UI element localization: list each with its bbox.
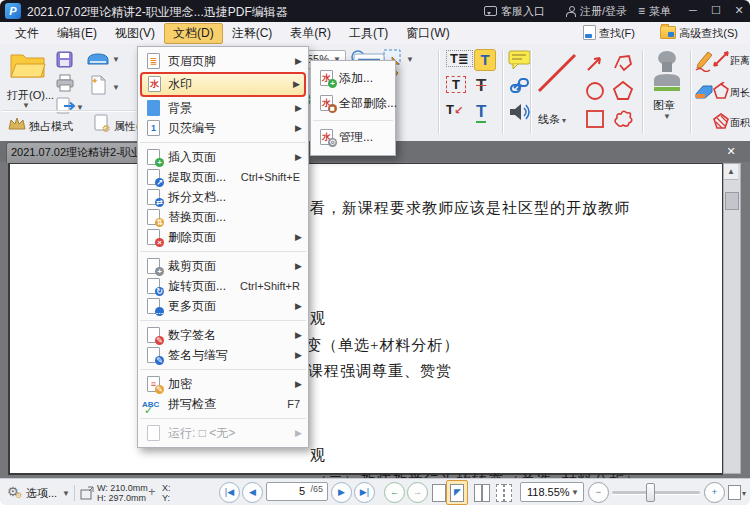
menubar-item-6[interactable]: 工具(T) xyxy=(340,23,397,44)
advanced-find-button[interactable]: 高级查找(S) xyxy=(660,25,738,41)
maximize-button[interactable]: ☐ xyxy=(705,0,727,22)
menu-item-rotate-pages[interactable]: ↻旋转页面...Ctrl+Shift+R xyxy=(138,276,308,296)
open-folder-icon[interactable] xyxy=(10,52,46,80)
distance-button[interactable]: 距离 xyxy=(730,54,750,68)
find-button[interactable]: 查找(F) xyxy=(583,25,635,41)
menu-item-sign-and-certify[interactable]: ✎签名与缮写▶ xyxy=(138,345,308,365)
distance-tool-icon[interactable] xyxy=(712,50,730,68)
scanner-icon[interactable] xyxy=(86,52,110,66)
area-button[interactable]: 面积 xyxy=(730,116,750,130)
menu-item-digital-signature[interactable]: ✎数字签名▶ xyxy=(138,325,308,345)
save-icon[interactable] xyxy=(56,51,74,69)
menu-item-replace-pages[interactable]: ⇅替换页面... xyxy=(138,207,308,227)
two-page-continuous-view-button[interactable] xyxy=(496,484,504,502)
cloud-tool-icon[interactable] xyxy=(612,108,634,130)
fit-page-button[interactable] xyxy=(728,485,741,500)
menu-item-delete-all[interactable]: 水■全部删除... xyxy=(311,91,395,116)
menu-item-spell-check[interactable]: ABC✓拼写检查F7 xyxy=(138,394,308,414)
menubar-item-1[interactable]: 编辑(E) xyxy=(48,23,106,44)
polygon-tool-icon[interactable] xyxy=(612,80,634,102)
open-button[interactable]: 打开(O)... xyxy=(7,88,54,103)
zoom-out-button[interactable]: − xyxy=(588,482,609,503)
single-page-view-button[interactable] xyxy=(432,484,446,502)
menu-item-crop-pages[interactable]: +裁剪页面▶ xyxy=(138,256,308,276)
two-page-view-button-right[interactable] xyxy=(482,484,490,502)
new-document-caret-icon[interactable]: ▼ xyxy=(112,83,120,92)
stamp-button[interactable]: 图章 xyxy=(653,98,675,113)
menubar-item-2[interactable]: 视图(V) xyxy=(106,23,164,44)
document-tab[interactable]: 2021.07.02理论精讲2-职业理念 xyxy=(6,142,146,163)
menubar-item-7[interactable]: 窗口(W) xyxy=(397,23,458,44)
customer-service-button[interactable]: 客服入口 xyxy=(484,3,545,19)
menubar-item-0[interactable]: 文件 xyxy=(6,23,48,44)
menu-item-delete-pages[interactable]: ×删除页面▶ xyxy=(138,227,308,247)
scroll-up-icon[interactable]: ▲ xyxy=(724,164,738,180)
menu-item-more-pages[interactable]: …更多页面▶ xyxy=(138,296,308,316)
line-caret-icon[interactable]: ▾ xyxy=(562,116,566,125)
close-button[interactable]: ✕ xyxy=(728,0,750,22)
forward-view-button[interactable]: → xyxy=(407,482,428,503)
exclusive-mode-button[interactable]: 独占模式 xyxy=(29,119,73,134)
pencil-tool-icon[interactable] xyxy=(694,50,714,72)
two-page-continuous-right[interactable] xyxy=(504,484,512,502)
close-document-button[interactable]: ✕ xyxy=(722,143,740,160)
highlight-text-tool-icon[interactable]: T xyxy=(474,49,496,71)
zoom-in-button[interactable]: + xyxy=(704,482,725,503)
export-icon[interactable] xyxy=(56,97,76,115)
perimeter-button[interactable]: 周长 xyxy=(730,86,750,100)
back-view-button[interactable]: ← xyxy=(384,482,405,503)
menubar-item-3[interactable]: 文档(D) xyxy=(164,23,223,44)
zoom-slider-track[interactable] xyxy=(612,491,700,494)
continuous-view-button[interactable]: ◤ xyxy=(446,480,468,505)
menu-item-extract-pages[interactable]: ↗提取页面...Ctrl+Shift+E xyxy=(138,167,308,187)
text-arrow-tool-icon[interactable]: T↙ xyxy=(446,102,463,117)
print-icon[interactable] xyxy=(56,74,74,92)
two-page-view-button[interactable] xyxy=(474,484,482,502)
scanner-caret-icon[interactable]: ▼ xyxy=(112,55,120,64)
snapshot-caret-icon[interactable]: ▼ xyxy=(406,55,414,64)
scrollbar-thumb[interactable] xyxy=(725,192,739,210)
line-tool-button[interactable]: 线条 xyxy=(538,112,560,127)
menu-item-header-footer[interactable]: ≣页眉页脚▶ xyxy=(138,51,308,71)
stamp-caret-icon[interactable]: ▼ xyxy=(663,112,671,121)
menu-item-watermark[interactable]: 水水印▶ xyxy=(140,72,306,97)
stamp-icon[interactable] xyxy=(650,50,684,96)
login-button[interactable]: 注册/登录 xyxy=(566,3,627,19)
menubar-item-4[interactable]: 注释(C) xyxy=(223,23,282,44)
menu-item-add[interactable]: 水+添加... xyxy=(311,66,395,91)
rectangle-tool-icon[interactable] xyxy=(584,108,606,130)
menu-item-background[interactable]: 背景▶ xyxy=(138,98,308,118)
next-page-button[interactable]: ▶ xyxy=(331,482,352,503)
ellipse-tool-icon[interactable] xyxy=(584,80,606,102)
eraser-tool-icon[interactable] xyxy=(694,84,714,100)
menu-item-encrypt[interactable]: ≡✎加密▶ xyxy=(138,374,308,394)
menu-item-split-document[interactable]: ⇄拆分文档... xyxy=(138,187,308,207)
options-button[interactable]: 选项... xyxy=(26,486,57,501)
fit-caret-icon[interactable]: ▾ xyxy=(742,489,746,498)
menu-item-insert-pages[interactable]: +插入页面▶ xyxy=(138,147,308,167)
page-number-input[interactable]: 5/65 xyxy=(266,482,328,501)
arrow-tool-icon[interactable] xyxy=(584,52,606,74)
link-tool-icon[interactable] xyxy=(510,76,530,96)
open-caret-icon[interactable]: ▼ xyxy=(22,101,30,110)
new-document-icon[interactable]: ✦ xyxy=(88,75,108,95)
underline-tool-icon[interactable]: T xyxy=(476,102,486,123)
perimeter-tool-icon[interactable] xyxy=(712,82,730,100)
text-callout-tool-icon[interactable]: T xyxy=(446,76,466,93)
text-box-tool-icon[interactable]: T≣ xyxy=(446,50,473,67)
menu-item-manage[interactable]: 水⚙管理... xyxy=(311,125,395,150)
previous-page-button[interactable]: ◀ xyxy=(242,482,263,503)
first-page-button[interactable]: |◀ xyxy=(219,482,240,503)
minimize-button[interactable]: ─ xyxy=(682,0,704,22)
polyline-tool-icon[interactable] xyxy=(612,52,634,74)
statusbar-zoom-dropdown[interactable]: 118.55%▼ xyxy=(520,482,584,502)
note-comment-icon[interactable] xyxy=(508,50,532,70)
sound-tool-icon[interactable] xyxy=(508,102,532,122)
vertical-scrollbar[interactable]: ▲ xyxy=(723,163,741,474)
line-tool-icon[interactable] xyxy=(536,52,578,94)
strikethrough-tool-icon[interactable]: T xyxy=(476,76,486,96)
zoom-slider-thumb[interactable] xyxy=(646,483,655,502)
menu-item-run[interactable]: 运行: □ <无>▶ xyxy=(138,423,308,443)
area-tool-icon[interactable] xyxy=(712,112,730,130)
menu-item-bates-number[interactable]: 1贝茨编号▶ xyxy=(138,118,308,138)
